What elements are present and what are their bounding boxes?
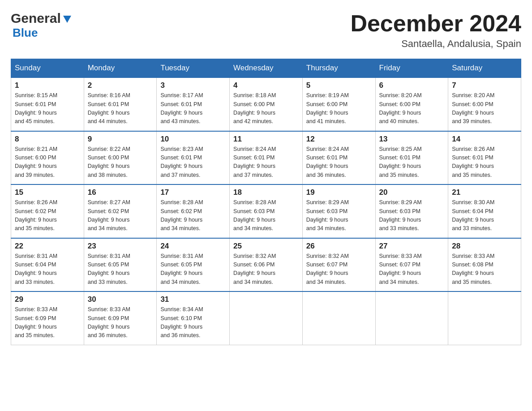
day-info: Sunrise: 8:17 AM Sunset: 6:01 PM Dayligh… bbox=[160, 91, 226, 126]
calendar-cell: 7 Sunrise: 8:20 AM Sunset: 6:00 PM Dayli… bbox=[448, 77, 521, 131]
calendar-table: Sunday Monday Tuesday Wednesday Thursday… bbox=[11, 59, 521, 345]
day-info: Sunrise: 8:19 AM Sunset: 6:00 PM Dayligh… bbox=[306, 91, 372, 126]
day-number: 22 bbox=[15, 242, 80, 251]
day-info: Sunrise: 8:26 AM Sunset: 6:01 PM Dayligh… bbox=[452, 145, 517, 180]
calendar-cell: 31 Sunrise: 8:34 AM Sunset: 6:10 PM Dayl… bbox=[157, 291, 230, 345]
day-info: Sunrise: 8:20 AM Sunset: 6:00 PM Dayligh… bbox=[452, 91, 517, 126]
day-info: Sunrise: 8:33 AM Sunset: 6:07 PM Dayligh… bbox=[379, 252, 445, 287]
day-info: Sunrise: 8:29 AM Sunset: 6:03 PM Dayligh… bbox=[379, 198, 445, 233]
day-number: 21 bbox=[452, 188, 517, 197]
calendar-cell: 20 Sunrise: 8:29 AM Sunset: 6:03 PM Dayl… bbox=[375, 184, 448, 238]
day-number: 25 bbox=[233, 242, 299, 251]
day-number: 24 bbox=[160, 242, 226, 251]
day-info: Sunrise: 8:33 AM Sunset: 6:08 PM Dayligh… bbox=[452, 252, 517, 287]
day-info: Sunrise: 8:27 AM Sunset: 6:02 PM Dayligh… bbox=[88, 198, 153, 233]
calendar-week-5: 29 Sunrise: 8:33 AM Sunset: 6:09 PM Dayl… bbox=[11, 291, 521, 345]
day-number: 1 bbox=[15, 81, 80, 90]
col-wednesday: Wednesday bbox=[230, 59, 303, 78]
day-number: 3 bbox=[160, 81, 226, 90]
day-number: 2 bbox=[88, 81, 153, 90]
day-number: 30 bbox=[88, 295, 153, 304]
day-number: 6 bbox=[379, 81, 445, 90]
calendar-cell: 22 Sunrise: 8:31 AM Sunset: 6:04 PM Dayl… bbox=[11, 238, 84, 292]
day-number: 13 bbox=[379, 135, 445, 144]
day-number: 9 bbox=[88, 135, 153, 144]
calendar-cell: 12 Sunrise: 8:24 AM Sunset: 6:01 PM Dayl… bbox=[302, 131, 375, 185]
calendar-cell: 2 Sunrise: 8:16 AM Sunset: 6:01 PM Dayli… bbox=[84, 77, 157, 131]
col-saturday: Saturday bbox=[448, 59, 521, 78]
calendar-cell: 1 Sunrise: 8:15 AM Sunset: 6:01 PM Dayli… bbox=[11, 77, 84, 131]
calendar-cell: 21 Sunrise: 8:30 AM Sunset: 6:04 PM Dayl… bbox=[448, 184, 521, 238]
day-number: 19 bbox=[306, 188, 372, 197]
calendar-cell: 10 Sunrise: 8:23 AM Sunset: 6:01 PM Dayl… bbox=[157, 131, 230, 185]
day-number: 10 bbox=[160, 135, 226, 144]
day-info: Sunrise: 8:21 AM Sunset: 6:00 PM Dayligh… bbox=[15, 145, 80, 180]
calendar-header-row: Sunday Monday Tuesday Wednesday Thursday… bbox=[11, 59, 521, 78]
day-info: Sunrise: 8:24 AM Sunset: 6:01 PM Dayligh… bbox=[233, 145, 299, 180]
day-number: 29 bbox=[15, 295, 80, 304]
calendar-cell: 25 Sunrise: 8:32 AM Sunset: 6:06 PM Dayl… bbox=[230, 238, 303, 292]
col-tuesday: Tuesday bbox=[157, 59, 230, 78]
col-sunday: Sunday bbox=[11, 59, 84, 78]
day-number: 12 bbox=[306, 135, 372, 144]
calendar-cell: 30 Sunrise: 8:33 AM Sunset: 6:09 PM Dayl… bbox=[84, 291, 157, 345]
day-number: 14 bbox=[452, 135, 517, 144]
day-info: Sunrise: 8:15 AM Sunset: 6:01 PM Dayligh… bbox=[15, 91, 80, 126]
title-block: December 2024 Santaella, Andalusia, Spai… bbox=[350, 11, 521, 50]
calendar-week-1: 1 Sunrise: 8:15 AM Sunset: 6:01 PM Dayli… bbox=[11, 77, 521, 131]
day-number: 7 bbox=[452, 81, 517, 90]
calendar-cell bbox=[375, 291, 448, 345]
day-number: 27 bbox=[379, 242, 445, 251]
day-number: 4 bbox=[233, 81, 299, 90]
calendar-cell bbox=[448, 291, 521, 345]
day-info: Sunrise: 8:26 AM Sunset: 6:02 PM Dayligh… bbox=[15, 198, 80, 233]
month-title: December 2024 bbox=[350, 11, 521, 36]
day-info: Sunrise: 8:29 AM Sunset: 6:03 PM Dayligh… bbox=[306, 198, 372, 233]
location-subtitle: Santaella, Andalusia, Spain bbox=[350, 38, 521, 50]
col-monday: Monday bbox=[84, 59, 157, 78]
calendar-cell: 11 Sunrise: 8:24 AM Sunset: 6:01 PM Dayl… bbox=[230, 131, 303, 185]
day-info: Sunrise: 8:32 AM Sunset: 6:06 PM Dayligh… bbox=[233, 252, 299, 287]
day-number: 8 bbox=[15, 135, 80, 144]
calendar-cell bbox=[302, 291, 375, 345]
calendar-cell: 23 Sunrise: 8:31 AM Sunset: 6:05 PM Dayl… bbox=[84, 238, 157, 292]
calendar-cell: 29 Sunrise: 8:33 AM Sunset: 6:09 PM Dayl… bbox=[11, 291, 84, 345]
day-number: 5 bbox=[306, 81, 372, 90]
day-info: Sunrise: 8:28 AM Sunset: 6:03 PM Dayligh… bbox=[233, 198, 299, 233]
day-info: Sunrise: 8:31 AM Sunset: 6:04 PM Dayligh… bbox=[15, 252, 80, 287]
calendar-cell: 28 Sunrise: 8:33 AM Sunset: 6:08 PM Dayl… bbox=[448, 238, 521, 292]
day-number: 26 bbox=[306, 242, 372, 251]
calendar-cell: 19 Sunrise: 8:29 AM Sunset: 6:03 PM Dayl… bbox=[302, 184, 375, 238]
day-info: Sunrise: 8:34 AM Sunset: 6:10 PM Dayligh… bbox=[160, 305, 226, 340]
calendar-cell: 4 Sunrise: 8:18 AM Sunset: 6:00 PM Dayli… bbox=[230, 77, 303, 131]
svg-marker-0 bbox=[63, 16, 71, 23]
calendar-cell: 9 Sunrise: 8:22 AM Sunset: 6:00 PM Dayli… bbox=[84, 131, 157, 185]
day-info: Sunrise: 8:20 AM Sunset: 6:00 PM Dayligh… bbox=[379, 91, 445, 126]
logo-triangle-icon bbox=[62, 14, 72, 24]
day-info: Sunrise: 8:16 AM Sunset: 6:01 PM Dayligh… bbox=[88, 91, 153, 126]
logo-general-text: General bbox=[11, 11, 61, 26]
day-number: 16 bbox=[88, 188, 153, 197]
col-thursday: Thursday bbox=[302, 59, 375, 78]
col-friday: Friday bbox=[375, 59, 448, 78]
calendar-cell: 8 Sunrise: 8:21 AM Sunset: 6:00 PM Dayli… bbox=[11, 131, 84, 185]
calendar-cell: 17 Sunrise: 8:28 AM Sunset: 6:02 PM Dayl… bbox=[157, 184, 230, 238]
day-number: 15 bbox=[15, 188, 80, 197]
day-info: Sunrise: 8:32 AM Sunset: 6:07 PM Dayligh… bbox=[306, 252, 372, 287]
logo-blue-text: Blue bbox=[13, 26, 38, 39]
day-number: 23 bbox=[88, 242, 153, 251]
day-info: Sunrise: 8:24 AM Sunset: 6:01 PM Dayligh… bbox=[306, 145, 372, 180]
day-info: Sunrise: 8:23 AM Sunset: 6:01 PM Dayligh… bbox=[160, 145, 226, 180]
day-info: Sunrise: 8:33 AM Sunset: 6:09 PM Dayligh… bbox=[88, 305, 153, 340]
day-info: Sunrise: 8:25 AM Sunset: 6:01 PM Dayligh… bbox=[379, 145, 445, 180]
day-info: Sunrise: 8:33 AM Sunset: 6:09 PM Dayligh… bbox=[15, 305, 80, 340]
calendar-cell: 24 Sunrise: 8:31 AM Sunset: 6:05 PM Dayl… bbox=[157, 238, 230, 292]
day-info: Sunrise: 8:31 AM Sunset: 6:05 PM Dayligh… bbox=[160, 252, 226, 287]
calendar-cell: 27 Sunrise: 8:33 AM Sunset: 6:07 PM Dayl… bbox=[375, 238, 448, 292]
day-info: Sunrise: 8:18 AM Sunset: 6:00 PM Dayligh… bbox=[233, 91, 299, 126]
calendar-week-4: 22 Sunrise: 8:31 AM Sunset: 6:04 PM Dayl… bbox=[11, 238, 521, 292]
day-number: 11 bbox=[233, 135, 299, 144]
day-info: Sunrise: 8:31 AM Sunset: 6:05 PM Dayligh… bbox=[88, 252, 153, 287]
day-number: 31 bbox=[160, 295, 226, 304]
calendar-cell: 15 Sunrise: 8:26 AM Sunset: 6:02 PM Dayl… bbox=[11, 184, 84, 238]
